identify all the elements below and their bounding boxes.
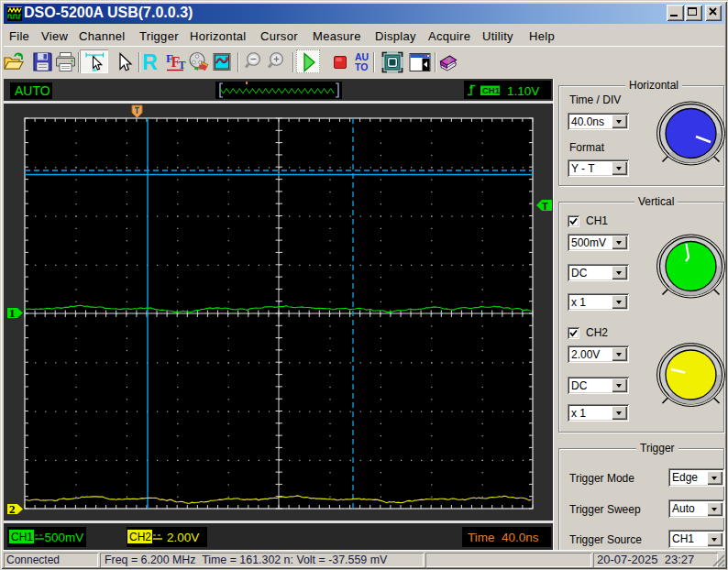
svg-text:T: T: [542, 201, 548, 212]
svg-text:2: 2: [9, 502, 16, 516]
svg-text:1: 1: [9, 306, 16, 320]
